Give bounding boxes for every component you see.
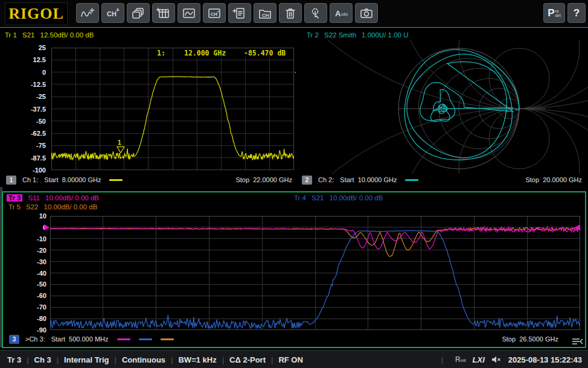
- win3-trace-swatch: [117, 338, 130, 340]
- status-separator: |: [114, 355, 116, 364]
- add-channel-button[interactable]: CH+: [101, 3, 124, 23]
- tr4-label[interactable]: Tr 4: [294, 194, 306, 201]
- ch3-stop: Stop 26.5000 GHz: [502, 335, 558, 343]
- lxi-indicator: LXI: [473, 355, 485, 364]
- remote-indicator: Rmt: [455, 355, 466, 364]
- win1-ytick: -12.5: [10, 80, 46, 89]
- win1-ytick: -37.5: [10, 105, 46, 113]
- ch-plus-icon: CH+: [106, 7, 120, 20]
- marker1-number: 1: [118, 139, 122, 147]
- status-separator: |: [222, 355, 224, 364]
- datetime: 2025-08-13 15:22:43: [508, 355, 582, 364]
- marker1-symbol[interactable]: [117, 147, 124, 153]
- win1-plot[interactable]: 1: [51, 48, 294, 170]
- win1-header: Tr 1 S21 12.50dB/ 0.00 dB: [5, 31, 94, 39]
- win3-trace-swatch: [161, 338, 174, 340]
- win3-plot[interactable]: [50, 216, 580, 330]
- trash-icon: [283, 7, 298, 20]
- delete-button[interactable]: [279, 3, 302, 23]
- table-add-icon: [156, 7, 171, 20]
- preset-button[interactable]: P reset: [543, 3, 565, 23]
- tr5-header: Tr 5 S22 10.00dB/ 0.00 dB: [8, 203, 97, 211]
- win3-ytick: 10: [14, 212, 46, 220]
- window-trace-icon: [182, 7, 196, 20]
- tr3-ref-level-marker-left[interactable]: [44, 224, 50, 230]
- win1-trace-swatch: [109, 179, 123, 181]
- tr3-label[interactable]: Tr 3: [7, 194, 22, 201]
- tr4-header: Tr 4 S21 10.00dB/ 0.00 dB: [294, 194, 383, 201]
- tr4-scale: 10.00dB/ 0.00 dB: [330, 194, 383, 201]
- win1-swatches: [109, 179, 123, 181]
- rigol-logo: RIGOL: [5, 2, 68, 25]
- status-bar: Tr 3|Ch 3|Internal Trig|Continuous|BW=1 …: [0, 350, 588, 368]
- window-ch2[interactable]: Tr 2 S22 Smith 1.000U/ 1.00 U 2 Ch 2: St…: [296, 29, 588, 187]
- win2-footer: 2 Ch 2: Start 10.0000 GHz Stop 20.0000 G…: [302, 174, 582, 185]
- win1-ytick: -50: [10, 117, 46, 125]
- smith-grid-circle: [296, 109, 588, 174]
- window-ch3-active[interactable]: Tr 3 S11 10.00dB/ 0.00 dB Tr 5 S22 10.00…: [2, 191, 586, 348]
- win3-ytick: 0: [14, 223, 46, 232]
- ch1-stop: Stop 22.0000 GHz: [235, 176, 292, 183]
- touch-icon: [308, 7, 323, 20]
- tr1-param: S21: [22, 31, 34, 39]
- tr5-label[interactable]: Tr 5: [8, 203, 21, 211]
- win1-ytick: 12.5: [10, 56, 46, 64]
- add-trace-button[interactable]: [76, 3, 99, 23]
- smith-chart[interactable]: [296, 40, 588, 174]
- status-separator: |: [441, 355, 443, 364]
- win3-ytick: -90: [14, 326, 46, 334]
- status-separator: |: [271, 355, 273, 364]
- preset-label: P: [548, 7, 554, 19]
- trace-window-button[interactable]: [177, 3, 200, 23]
- svg-text:uto: uto: [341, 11, 348, 17]
- ch2-badge[interactable]: 2: [302, 176, 312, 185]
- screenshot-button[interactable]: [355, 3, 378, 23]
- status-separator: |: [171, 355, 173, 364]
- status-item: Continuous: [122, 355, 165, 364]
- recall-channel-button[interactable]: CH: [254, 3, 276, 23]
- channel-window-button[interactable]: CH+: [203, 3, 226, 23]
- svg-text:+: +: [116, 7, 120, 13]
- svg-text:CH: CH: [262, 12, 269, 17]
- win3-ytick: -10: [14, 235, 46, 243]
- channel-table-button[interactable]: [152, 3, 175, 23]
- svg-text:A: A: [335, 9, 341, 18]
- tr1-label[interactable]: Tr 1: [5, 31, 17, 39]
- toolbar-buttons: CH+CH+CHAuto: [76, 3, 378, 23]
- smith-grid-circle: [398, 109, 588, 174]
- folder-ch-icon: CH: [258, 7, 272, 20]
- window-ch1[interactable]: Tr 1 S21 12.50dB/ 0.00 dB 2512.50-12.5-2…: [0, 29, 296, 187]
- status-items: Tr 3|Ch 3|Internal Trig|Continuous|BW=1 …: [7, 355, 303, 364]
- tr2-label[interactable]: Tr 2: [307, 31, 319, 39]
- layers-icon: [131, 7, 145, 20]
- marker1-freq: 12.000 GHz: [183, 49, 227, 57]
- ch2-label: Ch 2:: [318, 176, 334, 183]
- ch1-start: Start 8.00000 GHz: [44, 176, 101, 183]
- win3-ytick: -80: [14, 314, 46, 323]
- win2-trace-swatch: [405, 179, 418, 181]
- marker1-value: -85.470 dB: [243, 49, 287, 57]
- status-item: BW=1 kHz: [178, 355, 216, 364]
- win1-ytick: -62.5: [10, 129, 46, 138]
- menu-collapse-icon[interactable]: [570, 337, 584, 346]
- touch-button[interactable]: [304, 3, 327, 23]
- svg-text:+: +: [217, 9, 220, 14]
- ch1-badge[interactable]: 1: [6, 176, 16, 185]
- window-ch-icon: CH+: [207, 7, 222, 20]
- window-layout-button[interactable]: [127, 3, 150, 23]
- auto-scale-button[interactable]: Auto: [330, 3, 353, 23]
- mute-icon[interactable]: [491, 355, 502, 364]
- tr3-ref-level-marker-right[interactable]: [575, 224, 580, 230]
- win1-ytick: -100: [10, 166, 46, 174]
- win3-ytick: -50: [14, 280, 46, 288]
- tr5-param: S22: [26, 203, 38, 211]
- ch3-badge[interactable]: 3: [9, 335, 19, 344]
- smith-grid-circle: [459, 40, 580, 109]
- win3-ytick: -20: [14, 246, 46, 255]
- save-report-button[interactable]: [228, 3, 251, 23]
- win3-footer: 3 >Ch 3: Start 500.000 MHz Stop 26.5000 …: [9, 334, 580, 344]
- win3-ytick: -60: [14, 291, 46, 300]
- tr2-param: S22 Smith: [324, 31, 356, 39]
- help-button[interactable]: ?: [567, 3, 586, 23]
- camera-icon: [359, 7, 374, 20]
